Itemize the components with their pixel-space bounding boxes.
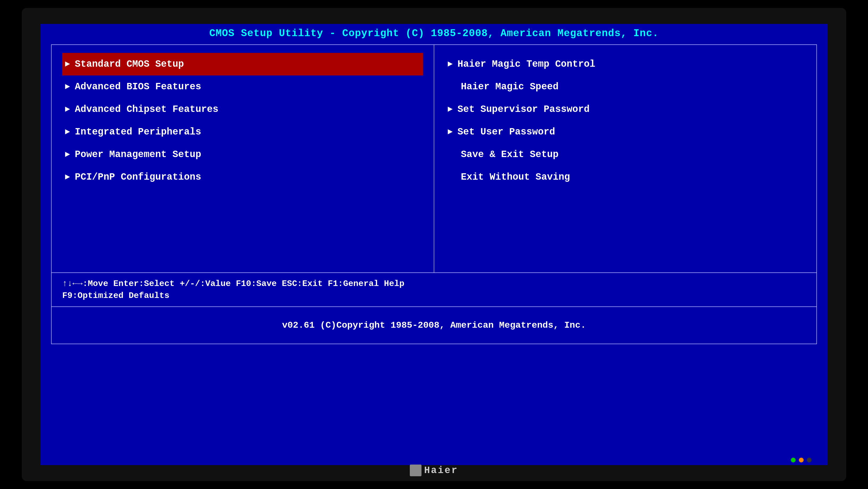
arrow-icon-advanced-chipset: ► — [65, 104, 70, 114]
menu-label-power: Power Management Setup — [75, 149, 201, 160]
menu-label-standard-cmos: Standard CMOS Setup — [75, 59, 184, 70]
arrow-icon-supervisor: ► — [447, 104, 453, 114]
menu-item-supervisor-password[interactable]: ► Set Supervisor Password — [445, 98, 806, 121]
menu-item-standard-cmos[interactable]: ► Standard CMOS Setup — [62, 53, 423, 75]
menu-label-haier-temp: Haier Magic Temp Control — [457, 59, 595, 70]
power-light — [791, 458, 796, 462]
brand-name: Haier — [424, 465, 458, 476]
menu-label-haier-speed: Haier Magic Speed — [461, 81, 558, 92]
main-menu-area: ► Standard CMOS Setup ► Advanced BIOS Fe… — [51, 44, 817, 273]
menu-item-haier-speed[interactable]: Haier Magic Speed — [445, 75, 806, 98]
status-bar: ↑↓←→:Move Enter:Select +/-/:Value F10:Sa… — [51, 273, 817, 307]
menu-label-user-password: Set User Password — [457, 127, 555, 137]
menu-item-power-management[interactable]: ► Power Management Setup — [62, 143, 423, 166]
activity-light — [799, 458, 804, 462]
arrow-icon-user-password: ► — [447, 127, 453, 137]
menu-item-advanced-bios[interactable]: ► Advanced BIOS Features — [62, 75, 423, 98]
menu-label-save-exit: Save & Exit Setup — [461, 149, 558, 160]
menu-label-advanced-bios: Advanced BIOS Features — [75, 81, 201, 92]
right-panel: ► Haier Magic Temp Control Haier Magic S… — [434, 45, 816, 272]
bios-title: CMOS Setup Utility - Copyright (C) 1985-… — [40, 24, 828, 42]
status-light — [807, 458, 812, 462]
status-text-line1: ↑↓←→:Move Enter:Select +/-/:Value F10:Sa… — [62, 279, 404, 289]
menu-item-advanced-chipset[interactable]: ► Advanced Chipset Features — [62, 98, 423, 121]
menu-item-user-password[interactable]: ► Set User Password — [445, 121, 806, 143]
status-text-line2: F9:Optimized Defaults — [62, 291, 169, 301]
menu-label-advanced-chipset: Advanced Chipset Features — [75, 104, 218, 115]
menu-label-supervisor: Set Supervisor Password — [457, 104, 590, 115]
menu-item-integrated-peripherals[interactable]: ► Integrated Peripherals — [62, 121, 423, 143]
arrow-icon-haier-temp: ► — [447, 59, 453, 69]
arrow-icon-power: ► — [65, 150, 70, 159]
status-line-2: F9:Optimized Defaults — [62, 291, 806, 301]
brand-logo-icon — [410, 464, 422, 476]
left-panel: ► Standard CMOS Setup ► Advanced BIOS Fe… — [52, 45, 434, 272]
menu-label-integrated: Integrated Peripherals — [75, 127, 201, 137]
indicator-lights — [791, 458, 812, 462]
menu-item-exit-no-save[interactable]: Exit Without Saving — [445, 166, 806, 188]
bios-screen: CMOS Setup Utility - Copyright (C) 1985-… — [40, 24, 828, 465]
menu-item-pci-pnp[interactable]: ► PCI/PnP Configurations — [62, 166, 423, 188]
monitor: CMOS Setup Utility - Copyright (C) 1985-… — [22, 8, 846, 481]
menu-label-exit-no-save: Exit Without Saving — [461, 172, 570, 183]
status-line-1: ↑↓←→:Move Enter:Select +/-/:Value F10:Sa… — [62, 279, 806, 289]
menu-item-haier-temp[interactable]: ► Haier Magic Temp Control — [445, 53, 806, 75]
arrow-icon-standard-cmos: ► — [65, 59, 70, 69]
version-text: v02.61 (C)Copyright 1985-2008, American … — [282, 320, 586, 330]
menu-label-pci: PCI/PnP Configurations — [75, 172, 201, 183]
arrow-icon-pci: ► — [65, 172, 70, 182]
monitor-brand: Haier — [410, 464, 458, 476]
arrow-icon-advanced-bios: ► — [65, 82, 70, 92]
version-bar: v02.61 (C)Copyright 1985-2008, American … — [51, 307, 817, 344]
arrow-icon-integrated: ► — [65, 127, 70, 137]
title-text: CMOS Setup Utility - Copyright (C) 1985-… — [209, 28, 659, 39]
menu-item-save-exit[interactable]: Save & Exit Setup — [445, 143, 806, 166]
